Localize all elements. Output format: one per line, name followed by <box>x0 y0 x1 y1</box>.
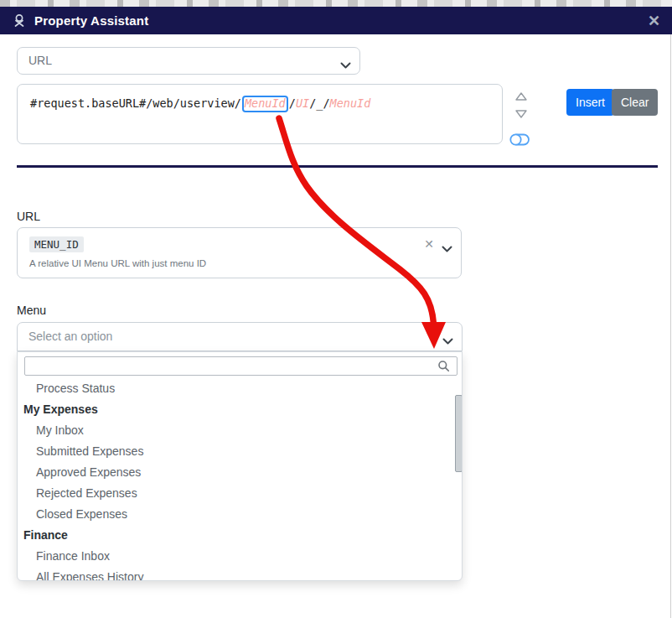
menu-search-box <box>24 356 457 376</box>
menu-option[interactable]: Rejected Expenses <box>18 483 453 504</box>
modal-title: Property Assistant <box>34 13 148 28</box>
menu-option[interactable]: Finance Inbox <box>18 546 453 567</box>
expression-segment: /_/ <box>309 96 329 110</box>
property-assistant-icon <box>12 13 27 29</box>
expression-segment: / <box>289 96 296 110</box>
expression-param-selected[interactable]: MenuId <box>242 96 288 112</box>
url-variable-select[interactable]: MENU_ID A relative UI Menu URL with just… <box>17 227 462 278</box>
menu-option[interactable]: Approved Expenses <box>18 462 453 483</box>
expression-param[interactable]: UI <box>296 96 309 110</box>
modal-right-border <box>670 34 671 618</box>
menu-option[interactable]: Process Status <box>18 378 453 399</box>
background-page-sliver <box>0 0 672 7</box>
toggle-icon[interactable] <box>509 132 530 150</box>
menu-option[interactable]: All Expenses History <box>18 567 453 581</box>
url-helper-text: A relative UI Menu URL with just menu ID <box>29 258 206 268</box>
menu-dropdown-panel: Process Status My Expenses My Inbox Subm… <box>17 351 463 581</box>
expression-segment: #request.baseURL#/web/userview/ <box>30 96 241 110</box>
dropdown-scrollbar[interactable] <box>455 395 463 472</box>
expression-stepper <box>510 87 532 125</box>
insert-button[interactable]: Insert <box>566 89 614 116</box>
menu-search-input[interactable] <box>30 358 436 376</box>
url-section-label: URL <box>17 210 40 223</box>
menu-group-header: Finance <box>18 525 453 546</box>
menu-select[interactable]: Select an option <box>17 322 463 351</box>
section-divider <box>17 165 658 168</box>
expression-param[interactable]: MenuId <box>330 96 371 110</box>
chevron-down-icon <box>442 241 452 257</box>
chevron-down-icon <box>340 58 351 73</box>
modal-header: Property Assistant ✕ <box>0 7 672 34</box>
search-icon <box>437 360 450 376</box>
expression-editor[interactable]: #request.baseURL#/web/userview/MenuId/UI… <box>17 84 503 144</box>
menu-option[interactable]: Closed Expenses <box>18 504 453 525</box>
url-selected-chip: MENU_ID <box>29 236 84 252</box>
arrow-down-icon[interactable] <box>510 107 532 122</box>
menu-option[interactable]: Submitted Expenses <box>18 441 453 462</box>
menu-select-placeholder: Select an option <box>28 323 112 351</box>
menu-section-label: Menu <box>17 304 46 317</box>
property-type-value: URL <box>28 48 52 74</box>
expression-text: #request.baseURL#/web/userview/MenuId/UI… <box>30 96 370 112</box>
menu-group-header: My Expenses <box>18 399 453 420</box>
property-type-select[interactable]: URL <box>17 47 360 75</box>
clear-selection-icon[interactable]: ✕ <box>424 238 434 250</box>
arrow-up-icon[interactable] <box>510 90 532 105</box>
close-icon[interactable]: ✕ <box>648 13 660 29</box>
menu-option[interactable]: My Inbox <box>18 420 453 441</box>
chevron-down-icon <box>442 334 453 349</box>
clear-button[interactable]: Clear <box>612 89 658 116</box>
menu-option-list: Process Status My Expenses My Inbox Subm… <box>18 378 453 581</box>
